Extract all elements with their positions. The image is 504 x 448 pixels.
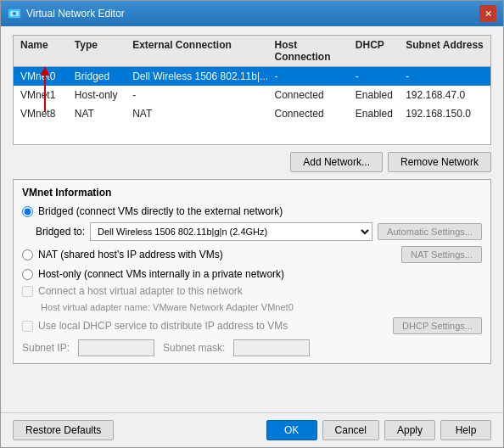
nat-settings-button[interactable]: NAT Settings... — [401, 246, 482, 263]
subnet-mask-input[interactable] — [233, 339, 310, 356]
radio-nat[interactable] — [22, 249, 33, 260]
subnet-ip-input[interactable] — [78, 339, 154, 356]
cell-type-2: NAT — [71, 106, 129, 121]
content-area: Name Type External Connection Host Conne… — [1, 26, 503, 412]
cell-ext-2: NAT — [129, 106, 271, 121]
col-header-type: Type — [71, 37, 129, 64]
table-body: VMnet0 Bridged Dell Wireless 1506 802.11… — [14, 67, 490, 123]
cell-dhcp-1: Enabled — [352, 87, 402, 103]
table-row[interactable]: VMnet0 Bridged Dell Wireless 1506 802.11… — [14, 67, 490, 86]
subnet-mask-label: Subnet mask: — [163, 342, 225, 354]
cell-subnet-2: 192.168.150.0 — [402, 106, 487, 121]
cell-ext-0: Dell Wireless 1506 802.11b|... — [129, 69, 271, 84]
add-network-button[interactable]: Add Network... — [290, 152, 383, 172]
section-title: VMnet Information — [22, 187, 482, 199]
checkbox-dhcp-label: Use local DHCP service to distribute IP … — [38, 320, 288, 332]
adapter-name-label: Host virtual adapter name: VMware Networ… — [22, 302, 482, 312]
dhcp-row: Use local DHCP service to distribute IP … — [22, 317, 482, 334]
bottom-bar: Restore Defaults OK Cancel Apply Help — [1, 412, 503, 447]
radio-bridged-label: Bridged (connect VMs directly to the ext… — [38, 205, 283, 217]
annotation-arrow — [44, 67, 46, 111]
virtual-network-editor-window: Virtual Network Editor ✕ Name Type Exter… — [0, 0, 504, 448]
cell-subnet-1: 192.168.47.0 — [402, 87, 487, 103]
radio-host-only[interactable] — [22, 269, 33, 280]
col-header-ext: External Connection — [129, 37, 271, 64]
automatic-settings-button[interactable]: Automatic Settings... — [378, 223, 482, 240]
table-row[interactable]: VMnet1 Host-only - Connected Enabled 192… — [14, 86, 490, 104]
checkbox-adapter-label: Connect a host virtual adapter to this n… — [38, 285, 243, 297]
cell-type-1: Host-only — [71, 87, 129, 103]
radio-nat-inner: NAT (shared host's IP address with VMs) — [22, 249, 223, 260]
nat-radio-row: NAT (shared host's IP address with VMs) … — [22, 246, 482, 263]
col-header-subnet: Subnet Address — [402, 37, 487, 64]
col-header-name: Name — [17, 37, 71, 64]
bridged-to-dropdown[interactable]: Dell Wireless 1506 802.11b|g|n (2.4GHz) — [90, 222, 372, 241]
title-bar: Virtual Network Editor ✕ — [1, 1, 503, 26]
ok-button[interactable]: OK — [266, 420, 317, 440]
table-header: Name Type External Connection Host Conne… — [14, 36, 490, 67]
cell-host-1: Connected — [272, 87, 352, 103]
restore-defaults-button[interactable]: Restore Defaults — [13, 420, 114, 440]
checkbox-dhcp[interactable] — [22, 321, 33, 332]
vmnet-info-section: VMnet Information Bridged (connect VMs d… — [13, 179, 491, 364]
table-row[interactable]: VMnet8 NAT NAT Connected Enabled 192.168… — [14, 104, 490, 123]
close-button[interactable]: ✕ — [479, 5, 496, 22]
dhcp-settings-button[interactable]: DHCP Settings... — [393, 317, 482, 334]
cell-subnet-0: - — [402, 69, 487, 84]
add-remove-row: Add Network... Remove Network — [13, 152, 491, 172]
apply-button[interactable]: Apply — [384, 420, 435, 440]
window-icon — [8, 7, 21, 20]
cell-type-0: Bridged — [71, 69, 129, 84]
title-bar-left: Virtual Network Editor — [8, 7, 125, 20]
help-button[interactable]: Help — [440, 420, 491, 440]
checkbox-dhcp-inner: Use local DHCP service to distribute IP … — [22, 320, 288, 332]
radio-bridged[interactable] — [22, 206, 33, 217]
radio-bridged-row: Bridged (connect VMs directly to the ext… — [22, 205, 482, 217]
radio-nat-label: NAT (shared host's IP address with VMs) — [38, 249, 223, 260]
window-title: Virtual Network Editor — [26, 8, 125, 20]
checkbox-adapter[interactable] — [22, 286, 33, 297]
svg-point-2 — [13, 12, 16, 15]
cell-host-2: Connected — [272, 106, 352, 121]
cell-dhcp-0: - — [352, 69, 402, 84]
subnet-ip-label: Subnet IP: — [22, 342, 70, 354]
cell-dhcp-2: Enabled — [352, 106, 402, 121]
radio-host-only-row: Host-only (connect VMs internally in a p… — [22, 268, 482, 280]
cell-ext-1: - — [129, 87, 271, 103]
bottom-right-buttons: OK Cancel Apply Help — [266, 420, 491, 440]
col-header-dhcp: DHCP — [352, 37, 402, 64]
checkbox-adapter-row: Connect a host virtual adapter to this n… — [22, 285, 482, 297]
cell-host-0: - — [272, 69, 352, 84]
subnet-row: Subnet IP: Subnet mask: — [22, 339, 482, 356]
network-table: Name Type External Connection Host Conne… — [13, 35, 491, 145]
bridged-to-row: Bridged to: Dell Wireless 1506 802.11b|g… — [22, 222, 482, 241]
radio-host-only-label: Host-only (connect VMs internally in a p… — [38, 268, 284, 280]
col-header-host: Host Connection — [272, 37, 352, 64]
bridged-to-label: Bridged to: — [36, 226, 85, 238]
remove-network-button[interactable]: Remove Network — [388, 152, 491, 172]
cancel-button[interactable]: Cancel — [322, 420, 379, 440]
